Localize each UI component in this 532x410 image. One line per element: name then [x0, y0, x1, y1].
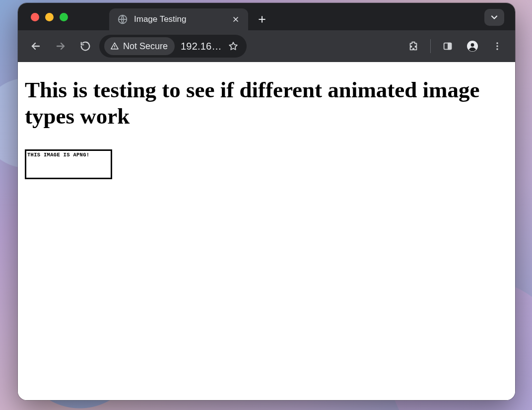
reload-button[interactable] — [74, 35, 96, 57]
svg-point-6 — [496, 42, 498, 44]
address-pill[interactable]: Not Secure 192.16… — [99, 35, 247, 58]
side-panel-button[interactable] — [437, 35, 459, 57]
profile-button[interactable] — [462, 35, 483, 57]
tab-title: Image Testing — [134, 14, 224, 24]
apng-caption: THIS IMAGE IS APNG! — [26, 151, 111, 158]
back-button[interactable] — [25, 35, 47, 57]
svg-point-8 — [496, 48, 498, 50]
svg-point-5 — [471, 43, 474, 47]
url-text: 192.16… — [181, 41, 222, 52]
new-tab-button[interactable] — [253, 10, 271, 28]
tab-close-button[interactable] — [230, 14, 241, 25]
warning-icon — [110, 42, 119, 51]
tab-search-button[interactable] — [484, 9, 504, 26]
window-minimize-button[interactable] — [45, 13, 54, 21]
address-bar[interactable]: Not Secure 192.16… — [99, 35, 399, 58]
page-heading: This is testing to see if different anim… — [25, 77, 508, 130]
tab-strip: Image Testing — [18, 3, 515, 30]
browser-window: Image Testing — [18, 3, 515, 400]
toolbar: Not Secure 192.16… — [18, 30, 515, 62]
extensions-button[interactable] — [402, 35, 424, 57]
tab-active[interactable]: Image Testing — [109, 8, 248, 30]
window-zoom-button[interactable] — [60, 13, 68, 21]
forward-button[interactable] — [50, 35, 71, 57]
menu-button[interactable] — [486, 35, 508, 57]
window-close-button[interactable] — [31, 13, 39, 21]
svg-point-7 — [496, 45, 498, 47]
page-viewport[interactable]: This is testing to see if different anim… — [18, 62, 515, 400]
globe-icon — [117, 14, 128, 25]
svg-point-1 — [114, 48, 115, 48]
security-chip[interactable]: Not Secure — [104, 37, 175, 55]
toolbar-divider — [430, 39, 431, 53]
bookmark-star-icon[interactable] — [228, 41, 239, 52]
tabs: Image Testing — [109, 3, 271, 30]
apng-image: THIS IMAGE IS APNG! — [25, 149, 112, 179]
window-controls — [31, 13, 68, 21]
security-label: Not Secure — [123, 41, 168, 52]
